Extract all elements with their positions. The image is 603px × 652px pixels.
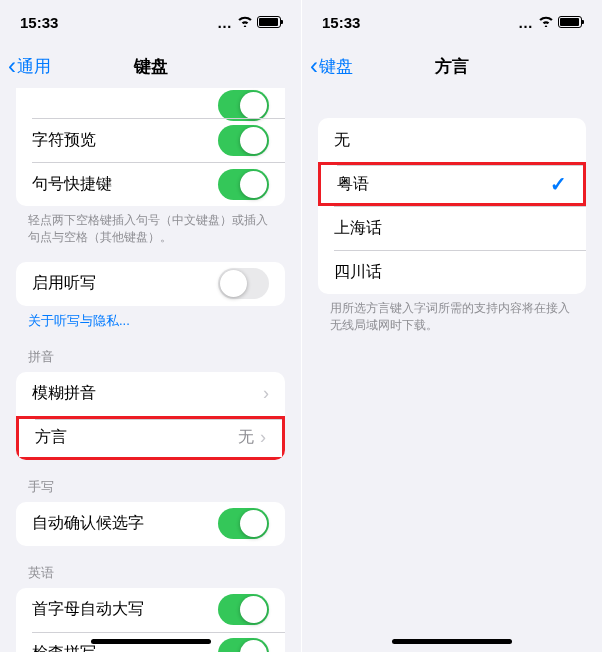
footer-period: 轻点两下空格键插入句号（中文键盘）或插入句点与空格（其他键盘）。 [28, 212, 273, 246]
section-english: 英语 [28, 564, 273, 582]
nav-bar: ‹ 通用 键盘 [0, 44, 301, 88]
toggle-period-shortcut[interactable] [218, 169, 269, 200]
label: 四川话 [334, 262, 570, 283]
row-enable-dictation[interactable]: 启用听写 [16, 262, 285, 306]
home-indicator[interactable] [392, 639, 512, 644]
label: 无 [334, 130, 570, 151]
section-pinyin: 拼音 [28, 348, 273, 366]
checkmark-icon: ✓ [550, 172, 567, 196]
toggle-auto-cap[interactable] [218, 594, 269, 625]
back-button[interactable]: ‹ 键盘 [310, 54, 353, 78]
status-time: 15:33 [20, 14, 151, 31]
option-cantonese[interactable]: 粤语 ✓ [318, 162, 586, 206]
page-title: 键盘 [134, 55, 168, 78]
back-button[interactable]: ‹ 通用 [8, 54, 51, 78]
cellular-icon: … [217, 14, 233, 31]
dialect-value: 无 [238, 427, 254, 448]
nav-bar: ‹ 键盘 方言 [302, 44, 602, 88]
group-pinyin: 模糊拼音 › 方言 无 › [16, 372, 285, 460]
content: 字符预览 句号快捷键 轻点两下空格键插入句号（中文键盘）或插入句点与空格（其他键… [0, 88, 301, 652]
row-dialect[interactable]: 方言 无 › [16, 416, 285, 460]
label: 检查拼写 [32, 643, 218, 652]
label: 句号快捷键 [32, 174, 218, 195]
back-label: 键盘 [319, 55, 353, 78]
toggle-auto-confirm[interactable] [218, 508, 269, 539]
toggle-partial[interactable] [218, 90, 269, 121]
label: 首字母自动大写 [32, 599, 218, 620]
option-none[interactable]: 无 [318, 118, 586, 162]
label: 上海话 [334, 218, 570, 239]
dictation-privacy-link[interactable]: 关于听写与隐私... [28, 312, 273, 330]
row-char-preview[interactable]: 字符预览 [16, 118, 285, 162]
phone-right-dialect-selection: 15:33 … ‹ 键盘 方言 无 粤语 ✓ 上海话 [301, 0, 602, 652]
wifi-icon [538, 14, 554, 30]
group-general-toggles: 字符预览 句号快捷键 [16, 88, 285, 206]
label: 方言 [35, 427, 238, 448]
phone-left-keyboard-settings: 15:33 … ‹ 通用 键盘 字符预览 句号快捷键 [0, 0, 301, 652]
option-sichuanese[interactable]: 四川话 [318, 250, 586, 294]
group-dictation: 启用听写 [16, 262, 285, 306]
chevron-left-icon: ‹ [8, 54, 16, 78]
group-dialect-options: 无 粤语 ✓ 上海话 四川话 [318, 118, 586, 294]
status-bar: 15:33 … [302, 0, 602, 44]
wifi-icon [237, 14, 253, 30]
row-fuzzy-pinyin[interactable]: 模糊拼音 › [16, 372, 285, 416]
content: 无 粤语 ✓ 上海话 四川话 用所选方言键入字词所需的支持内容将在接入无线局域网… [302, 88, 602, 652]
footer-dialect: 用所选方言键入字词所需的支持内容将在接入无线局域网时下载。 [330, 300, 574, 334]
status-time: 15:33 [322, 14, 452, 31]
home-indicator[interactable] [91, 639, 211, 644]
label: 字符预览 [32, 130, 218, 151]
row-auto-confirm[interactable]: 自动确认候选字 [16, 502, 285, 546]
chevron-right-icon: › [260, 427, 266, 448]
label: 自动确认候选字 [32, 513, 218, 534]
status-bar: 15:33 … [0, 0, 301, 44]
battery-icon [257, 16, 281, 28]
label: 粤语 [337, 174, 550, 195]
battery-icon [558, 16, 582, 28]
toggle-dictation[interactable] [218, 268, 269, 299]
label: 模糊拼音 [32, 383, 263, 404]
row-auto-cap[interactable]: 首字母自动大写 [16, 588, 285, 632]
cellular-icon: … [518, 14, 534, 31]
group-handwrite: 自动确认候选字 [16, 502, 285, 546]
page-title: 方言 [435, 55, 469, 78]
section-handwrite: 手写 [28, 478, 273, 496]
label: 启用听写 [32, 273, 218, 294]
row-period-shortcut[interactable]: 句号快捷键 [16, 162, 285, 206]
chevron-left-icon: ‹ [310, 54, 318, 78]
toggle-check-spelling[interactable] [218, 638, 269, 652]
toggle-char-preview[interactable] [218, 125, 269, 156]
row-partial-cut[interactable] [16, 88, 285, 118]
chevron-right-icon: › [263, 383, 269, 404]
back-label: 通用 [17, 55, 51, 78]
option-shanghainese[interactable]: 上海话 [318, 206, 586, 250]
